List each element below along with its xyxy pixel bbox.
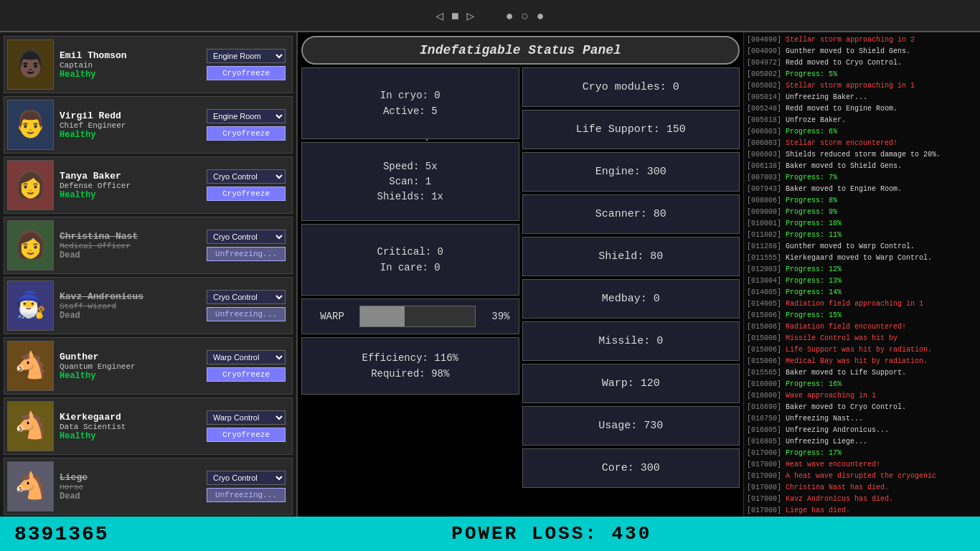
crew-status-tanya: Healthy <box>60 190 207 200</box>
room-select-emil[interactable]: Engine RoomWarp ControlControl WarpContr… <box>207 49 286 63</box>
top-bar: ◁ ■ ▷ ● ○ ● <box>0 0 980 32</box>
log-entry: [017000] Kavz Andronicus has died. <box>747 494 977 504</box>
log-text: Unfreezing Liege... <box>786 438 867 446</box>
room-select-liege[interactable]: Engine RoomWarp ControlControl WarpContr… <box>207 471 286 485</box>
log-text: Gunther moved to Shield Gens. <box>786 47 910 55</box>
cryo-button-emil[interactable]: Cryofreeze <box>207 66 286 80</box>
log-text: Progress: 16% <box>786 380 842 388</box>
log-time: [006003] <box>747 128 781 136</box>
cryo-button-kavz[interactable]: Unfreezing... <box>207 307 286 321</box>
log-time: [016000] <box>747 392 781 400</box>
room-select-virgil[interactable]: Engine RoomWarp ControlControl WarpContr… <box>207 109 286 123</box>
log-entry: [014005] Radiation field approaching in … <box>747 299 977 309</box>
crew-name-kavz: Kavz Andronicus <box>60 291 207 302</box>
log-time: [012003] <box>747 265 781 273</box>
crew-controls-virgil: Engine RoomWarp ControlControl WarpContr… <box>207 109 289 141</box>
room-select-christina[interactable]: Engine RoomWarp ControlControl WarpContr… <box>207 230 286 244</box>
ship-decoration: ◁ ■ ▷ ● ○ ● <box>435 8 544 24</box>
log-entry: [016805] Unfreezing Liege... <box>747 437 977 447</box>
room-select-tanya[interactable]: Engine RoomWarp ControlControl WarpContr… <box>207 169 286 184</box>
log-text: Shields reduced storm damage to 20%. <box>786 151 941 159</box>
log-entry: [011268] Gunther moved to Warp Control. <box>747 242 977 252</box>
room-select-kierkegaard[interactable]: Engine RoomWarp ControlControl WarpContr… <box>207 410 286 425</box>
cryo-button-virgil[interactable]: Cryofreeze <box>207 126 286 141</box>
crew-controls-tanya: Engine RoomWarp ControlControl WarpContr… <box>207 169 289 201</box>
crew-item-kierkegaard: 🐴 Kierkegaard Data Scientist Healthy Eng… <box>4 397 293 455</box>
log-entry: [004000] Progress: 4% <box>747 32 977 34</box>
log-time: [015006] <box>747 334 781 342</box>
log-entry: [015006] Radiation field encountered! <box>747 322 977 332</box>
ship-name: Indefatigable Status Panel <box>420 43 621 57</box>
log-time: [015006] <box>747 311 781 319</box>
avatar-liege: 🐴 <box>7 461 54 512</box>
avatar-kavz: 🧙‍♂️ <box>7 281 54 331</box>
crew-name-kierkegaard: Kierkegaard <box>60 412 207 423</box>
log-time: [017000] <box>747 507 781 514</box>
log-entry: [015006] Progress: 15% <box>747 311 977 321</box>
log-text: Unfreezing Andronicus... <box>786 426 889 434</box>
crew-info-gunther: Gunther Quantum Engineer Healthy <box>60 352 207 381</box>
log-time: [017000] <box>747 484 781 491</box>
log-text: Baker moved to Shield Gens. <box>786 162 902 170</box>
room-select-kavz[interactable]: Engine RoomWarp ControlControl WarpContr… <box>207 290 286 304</box>
log-time: [009000] <box>747 208 781 216</box>
avatar-christina: 👩 <box>7 220 54 270</box>
speed-stat: Speed: 5x <box>383 161 438 172</box>
log-entry: [004972] Redd moved to Cryo Control. <box>747 58 977 68</box>
log-entry: [008006] Progress: 8% <box>747 196 977 206</box>
cryo-button-gunther[interactable]: Cryofreeze <box>207 367 286 382</box>
crew-status-kierkegaard: Healthy <box>60 431 207 441</box>
log-time: [015006] <box>747 357 781 365</box>
log-time: [010001] <box>747 220 781 227</box>
cryo-button-liege[interactable]: Unfreezing... <box>207 488 286 502</box>
log-text: A heat wave disrupted the cryogenic <box>786 472 936 480</box>
log-text: Life Support was hit by radiation. <box>786 346 932 354</box>
cryo-button-kierkegaard[interactable]: Cryofreeze <box>207 428 286 442</box>
crew-info-christina: Christina Nast Medical Officer Dead <box>60 231 207 260</box>
score: 8391365 <box>0 523 123 545</box>
avatar-kierkegaard: 🐴 <box>7 401 54 451</box>
log-time: [011268] <box>747 242 781 250</box>
log-text: Progress: 7% <box>786 174 837 182</box>
crew-name-tanya: Tanya Baker <box>60 171 207 182</box>
crew-role-kavz: Staff Wizard <box>60 302 207 311</box>
log-text: Progress: 13% <box>786 277 842 285</box>
warp-label: WARP <box>311 311 354 322</box>
log-text: Progress: 8% <box>786 197 837 204</box>
log-time: [013004] <box>747 277 781 285</box>
log-text: Heat wave encountered! <box>786 461 880 468</box>
log-time: [004090] <box>747 36 781 44</box>
status-panel: Indefatigable Status Panel In cryo: 0 Ac… <box>298 32 743 520</box>
log-entry: [013004] Progress: 13% <box>747 276 977 286</box>
efficiency-required-box: Efficiency: 116% Required: 98% <box>301 337 519 395</box>
shields-stat: Shields: 1x <box>377 191 443 202</box>
log-time: [011002] <box>747 231 781 239</box>
log-text: Kierkegaard moved to Warp Control. <box>786 254 932 262</box>
log-entry: [006003] Shields reduced storm damage to… <box>747 150 977 160</box>
cryo-button-tanya[interactable]: Cryofreeze <box>207 187 286 201</box>
log-time: [017000] <box>747 449 781 457</box>
crew-info-kierkegaard: Kierkegaard Data Scientist Healthy <box>60 412 207 441</box>
log-time: [015006] <box>747 346 781 354</box>
crew-item-gunther: 🐴 Gunther Quantum Engineer Healthy Engin… <box>4 337 293 395</box>
log-text: Missile Control was hit by <box>786 334 897 342</box>
engine-box: Engine: 300 <box>522 152 740 192</box>
crew-name-liege: Liege <box>60 472 207 483</box>
log-time: [016805] <box>747 426 781 434</box>
log-time: [005248] <box>747 105 781 113</box>
log-entry: [016000] Wave approaching in 1 <box>747 391 977 401</box>
cryo-button-christina[interactable]: Unfreezing... <box>207 247 286 261</box>
avatar-emil: 👨🏿 <box>7 39 54 90</box>
log-entry: [015565] Baker moved to Life Support. <box>747 368 977 378</box>
log-text: Medical Bay was hit by radiation. <box>786 357 928 365</box>
crew-item-tanya: 👩 Tanya Baker Defense Officer Healthy En… <box>4 156 293 214</box>
log-text: Christina Nast has died. <box>786 484 889 491</box>
log-entry: [007003] Progress: 7% <box>747 173 977 183</box>
log-text: Baker moved to Cryo Control. <box>786 403 906 411</box>
crew-name-gunther: Gunther <box>60 352 207 362</box>
room-select-gunther[interactable]: Engine RoomWarp ControlControl WarpContr… <box>207 350 286 364</box>
log-time: [004090] <box>747 47 781 55</box>
log-text: Progress: 14% <box>786 288 842 296</box>
log-time: [016805] <box>747 438 781 446</box>
log-entry: [017000] A heat wave disrupted the cryog… <box>747 471 977 481</box>
